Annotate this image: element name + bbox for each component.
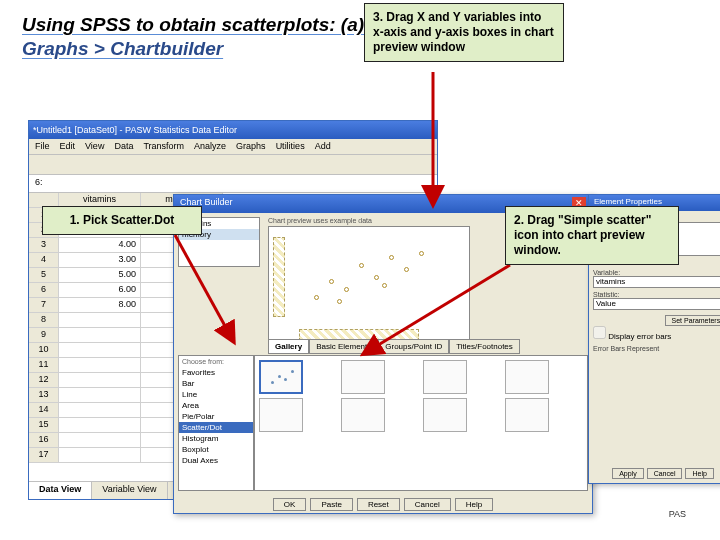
gallery-dualaxes[interactable]: Dual Axes — [179, 455, 253, 466]
arrow-step1-to-list — [170, 230, 250, 354]
variable-field[interactable]: vitamins — [593, 276, 720, 288]
row-hdr[interactable]: 12 — [29, 373, 59, 388]
thumb-simple-scatter[interactable] — [259, 360, 303, 394]
row-hdr[interactable]: 16 — [29, 433, 59, 448]
tab-gallery[interactable]: Gallery — [268, 339, 309, 353]
arrow-step3-to-preview — [418, 72, 448, 216]
gallery-line[interactable]: Line — [179, 389, 253, 400]
row-hdr[interactable]: 15 — [29, 418, 59, 433]
menu-addons[interactable]: Add — [315, 141, 331, 152]
set-parameters-button[interactable]: Set Parameters... — [665, 315, 720, 326]
arrow-step2-to-thumb — [360, 260, 520, 364]
variable-label: Variable: — [593, 269, 720, 276]
menu-graphs[interactable]: Graphs — [236, 141, 266, 152]
row-hdr[interactable]: 14 — [29, 403, 59, 418]
row-hdr[interactable]: 17 — [29, 448, 59, 463]
reset-button[interactable]: Reset — [357, 498, 400, 511]
cancel-button[interactable]: Cancel — [404, 498, 451, 511]
statistic-label: Statistic: — [593, 291, 720, 298]
gallery-bar[interactable]: Bar — [179, 378, 253, 389]
slide-title: Using SPSS to obtain scatterplots: (a) s… — [0, 0, 720, 38]
chart-builder-buttons: OK Paste Reset Cancel Help — [174, 498, 592, 511]
thumb-scatter-matrix[interactable] — [341, 360, 385, 394]
ok-button[interactable]: OK — [273, 498, 307, 511]
display-errorbars-label: Display error bars — [608, 332, 671, 341]
help-button-ep[interactable]: Help — [685, 468, 713, 479]
callout-step-1: 1. Pick Scatter.Dot — [42, 206, 202, 235]
pas-footer-label: PAS — [669, 509, 686, 519]
row-hdr[interactable]: 10 — [29, 343, 59, 358]
gallery-area: Choose from: Favorites Bar Line Area Pie… — [178, 355, 588, 491]
slide-subtitle: Graphs > Chartbuilder — [0, 38, 720, 66]
gallery-area[interactable]: Area — [179, 400, 253, 411]
errorbars-represent-label: Error Bars Represent — [593, 345, 720, 352]
y-axis-dropzone[interactable] — [273, 237, 285, 317]
thumb-dropline[interactable] — [341, 398, 385, 432]
help-button[interactable]: Help — [455, 498, 493, 511]
spss-menubar: File Edit View Data Transform Analyze Gr… — [29, 139, 437, 155]
row-hdr[interactable]: 13 — [29, 388, 59, 403]
cell[interactable]: 5.00 — [59, 268, 141, 283]
gallery-choose-label: Choose from: — [179, 356, 253, 367]
tab-data-view[interactable]: Data View — [29, 482, 92, 499]
row-hdr[interactable]: 5 — [29, 268, 59, 283]
cell[interactable] — [59, 418, 141, 433]
gallery-histogram[interactable]: Histogram — [179, 433, 253, 444]
row-hdr[interactable]: 8 — [29, 313, 59, 328]
row-hdr[interactable]: 6 — [29, 283, 59, 298]
menu-utilities[interactable]: Utilities — [276, 141, 305, 152]
cell[interactable] — [59, 388, 141, 403]
paste-button[interactable]: Paste — [310, 498, 352, 511]
callout-step-3: 3. Drag X and Y variables into x-axis an… — [364, 3, 564, 62]
row-hdr[interactable]: 3 — [29, 238, 59, 253]
thumb-scatter-3d[interactable] — [505, 360, 549, 394]
cancel-button-ep[interactable]: Cancel — [647, 468, 683, 479]
cell[interactable] — [59, 343, 141, 358]
menu-data[interactable]: Data — [114, 141, 133, 152]
cell[interactable] — [59, 358, 141, 373]
cell[interactable]: 4.00 — [59, 238, 141, 253]
gallery-chart-type-list[interactable]: Choose from: Favorites Bar Line Area Pie… — [178, 355, 254, 491]
thumb-overlay[interactable] — [505, 398, 549, 432]
gallery-thumbnails — [254, 355, 588, 491]
menu-file[interactable]: File — [35, 141, 50, 152]
thumb-summary-point[interactable] — [423, 398, 467, 432]
thumb-simple-dot[interactable] — [423, 360, 467, 394]
cell[interactable] — [59, 403, 141, 418]
row-hdr[interactable]: 9 — [29, 328, 59, 343]
spss-title-text: *Untitled1 [DataSet0] - PASW Statistics … — [33, 125, 237, 135]
svg-line-1 — [175, 235, 230, 335]
row-hdr[interactable]: 7 — [29, 298, 59, 313]
callout-step-2: 2. Drag "Simple scatter" icon into chart… — [505, 206, 679, 265]
row-hdr[interactable]: 4 — [29, 253, 59, 268]
menu-edit[interactable]: Edit — [60, 141, 76, 152]
menu-transform[interactable]: Transform — [143, 141, 184, 152]
statistic-field[interactable]: Value — [593, 298, 720, 310]
preview-hint: Chart preview uses example data — [268, 217, 470, 224]
gallery-boxplot[interactable]: Boxplot — [179, 444, 253, 455]
gallery-scatter-dot[interactable]: Scatter/Dot — [179, 422, 253, 433]
thumb-grouped-scatter[interactable] — [259, 398, 303, 432]
cell[interactable] — [59, 313, 141, 328]
cell[interactable]: 8.00 — [59, 298, 141, 313]
cell[interactable] — [59, 328, 141, 343]
row-hdr[interactable]: 11 — [29, 358, 59, 373]
tab-variable-view[interactable]: Variable View — [92, 482, 167, 499]
spss-cell-ref: 6: — [29, 175, 437, 193]
spss-toolbar — [29, 155, 437, 175]
cell[interactable] — [59, 448, 141, 463]
menu-view[interactable]: View — [85, 141, 104, 152]
svg-line-2 — [370, 265, 510, 350]
spss-titlebar: *Untitled1 [DataSet0] - PASW Statistics … — [29, 121, 437, 139]
apply-button[interactable]: Apply — [612, 468, 644, 479]
cell[interactable] — [59, 433, 141, 448]
cell[interactable]: 6.00 — [59, 283, 141, 298]
cell[interactable]: 3.00 — [59, 253, 141, 268]
display-errorbars-checkbox[interactable] — [593, 326, 606, 339]
gallery-pie[interactable]: Pie/Polar — [179, 411, 253, 422]
menu-analyze[interactable]: Analyze — [194, 141, 226, 152]
cell[interactable] — [59, 373, 141, 388]
gallery-favorites[interactable]: Favorites — [179, 367, 253, 378]
